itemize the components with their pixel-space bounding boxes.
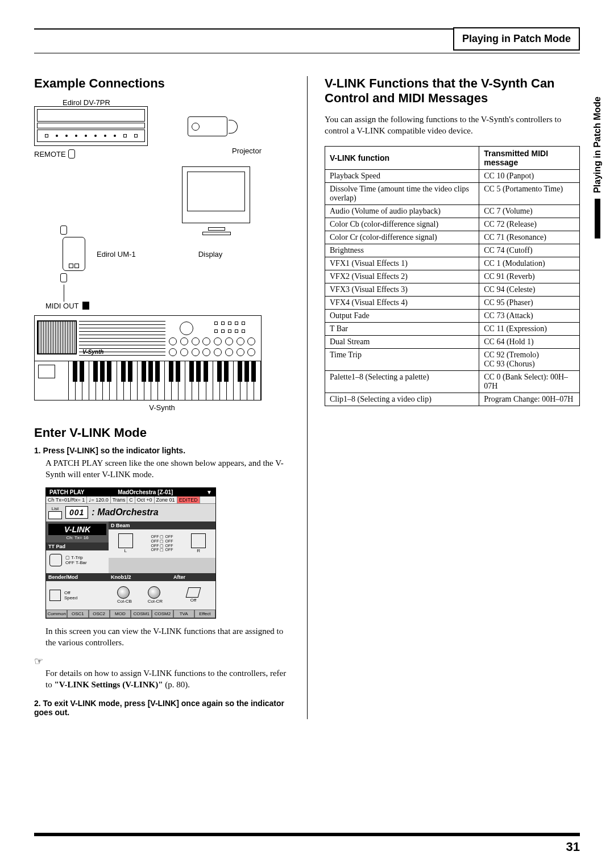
table-row: VFX2 (Visual Effects 2)CC 91 (Reverb): [325, 270, 580, 283]
ss-off: Off: [64, 590, 77, 595]
ss-patch-no: 001: [65, 506, 88, 519]
ss-tab: TVA: [173, 610, 194, 618]
table-row: Audio (Volume of audio playback)CC 7 (Vo…: [325, 205, 580, 218]
ss-after: After: [173, 574, 185, 580]
table-row: VFX1 (Visual Effects 1)CC 1 (Modulation): [325, 257, 580, 270]
table-row: VFX4 (Visual Effects 4)CC 95 (Phaser): [325, 296, 580, 309]
ss-ttpad: TT Pad: [48, 544, 65, 549]
ss-title-right: MadOrchestra [Z-01]: [118, 489, 173, 495]
device-projector: [188, 116, 239, 136]
piano-key: [89, 361, 96, 400]
side-tab: Playing in Patch Mode: [592, 97, 603, 239]
vlink-function-cell: VFX3 (Visual Effects 3): [325, 283, 479, 296]
piano-key: [117, 361, 124, 400]
note-bold: "V-LINK Settings (V-LINK)": [54, 680, 163, 689]
vlink-function-cell: Dissolve Time (amount time the video cli…: [325, 182, 479, 205]
ss-vlink-sub: Ch: Tx= 16: [48, 535, 106, 540]
ss-tab: MOD: [110, 610, 131, 618]
list-icon: [48, 511, 62, 519]
table-row: Dual StreamCC 64 (Hold 1): [325, 335, 580, 348]
heading-enter-vlink: Enter V-LINK Mode: [34, 425, 290, 440]
ss-title-left: PATCH PLAY: [49, 489, 85, 495]
vlink-function-cell: T Bar: [325, 322, 479, 335]
ss-bender: Bender/Mod: [48, 574, 78, 580]
table-row: Color Cb (color-difference signal)CC 72 …: [325, 218, 580, 231]
label-vsynth: V-Synth: [34, 404, 290, 411]
vlink-function-cell: Color Cb (color-difference signal): [325, 218, 479, 231]
piano-key: [213, 361, 220, 400]
label-dv7pr: Edirol DV-7PR: [63, 99, 290, 106]
piano-key: [69, 361, 76, 400]
dbeam-off-3: OFF: [151, 544, 159, 548]
piano-key: [185, 361, 192, 400]
note-body-2: (p. 80).: [163, 680, 190, 689]
dbeam-off-3b: OFF: [165, 544, 173, 548]
vlink-message-cell: CC 92 (Tremolo) CC 93 (Chorus): [479, 348, 580, 370]
piano-key: [138, 361, 144, 400]
label-midiout: MIDI OUT: [45, 302, 79, 310]
ss-trans: Trans: [111, 496, 128, 503]
table-row: Dissolve Time (amount time the video cli…: [325, 182, 580, 205]
ss-tab: Common: [46, 610, 67, 618]
vlink-message-cell: CC 91 (Reverb): [479, 270, 580, 283]
ss-after-off: Off: [190, 598, 197, 603]
step-2-head: 2. To exit V-LINK mode, press [V-LINK] o…: [34, 699, 290, 717]
vlink-message-cell: CC 7 (Volume): [479, 205, 580, 218]
dbeam-off-4: OFF: [151, 548, 159, 552]
vsynth-logo: V-Synth: [82, 349, 103, 355]
footer: 31: [34, 833, 580, 854]
table-row: T BarCC 11 (Expression): [325, 322, 580, 335]
vlink-intro: You can assign the following functions t…: [325, 114, 580, 137]
vlink-function-cell: Brightness: [325, 244, 479, 257]
port-um1-top: [60, 226, 67, 235]
port-midiout: [82, 302, 89, 310]
page-number: 31: [566, 840, 580, 854]
table-row: BrightnessCC 74 (Cutoff): [325, 244, 580, 257]
table-row: Clip1–8 (Selecting a video clip)Program …: [325, 393, 580, 406]
vlink-function-cell: VFX4 (Visual Effects 4): [325, 296, 479, 309]
vlink-function-cell: Color Cr (color-difference signal): [325, 231, 479, 244]
table-row: Playback SpeedCC 10 (Panpot): [325, 169, 580, 182]
vlink-function-cell: Audio (Volume of audio playback): [325, 205, 479, 218]
dbeam-l-icon: [118, 533, 133, 548]
vlink-function-cell: Dual Stream: [325, 335, 479, 348]
ss-knob: Knob1/2: [111, 574, 131, 580]
table-row: VFX3 (Visual Effects 3)CC 94 (Celeste): [325, 283, 580, 296]
ss-vlink: V-LINK: [48, 524, 106, 535]
knob1-icon: [117, 586, 130, 599]
vlink-message-cell: Program Change: 00H–07H: [479, 393, 580, 406]
vlink-message-cell: CC 11 (Expression): [479, 322, 580, 335]
ttpad-icon: [49, 554, 62, 566]
ss-ch: Ch Tx=01/Rx= 1: [46, 496, 87, 503]
ss-tab: COSM1: [131, 610, 152, 618]
ss-list: List: [48, 506, 62, 511]
dbeam-off-4b: OFF: [165, 548, 173, 552]
dbeam-r-icon: [191, 533, 206, 548]
vlink-message-cell: CC 0 (Bank Select): 00H–07H: [479, 370, 580, 393]
side-tab-label: Playing in Patch Mode: [592, 97, 603, 193]
vlink-th-message: Transmitted MIDI message: [479, 146, 580, 169]
right-column: V-LINK Functions that the V-Synth Can Co…: [307, 76, 580, 719]
bender-icon: [49, 590, 61, 601]
ss-tab: Effect: [194, 610, 215, 618]
vsynth-screen: [37, 320, 77, 354]
ss-tempo: ♩= 120.0: [87, 496, 110, 503]
table-row: Color Cr (color-difference signal)CC 71 …: [325, 231, 580, 244]
label-um1: Edirol UM-1: [97, 251, 136, 258]
ss-patch-name: : MadOrchestra: [92, 507, 158, 518]
step-1-body: A PATCH PLAY screen like the one shown b…: [45, 457, 290, 481]
table-row: Output FadeCC 73 (Attack): [325, 309, 580, 322]
ss-speed: Speed: [64, 595, 77, 600]
ss-tab: OSC1: [67, 610, 88, 618]
pointing-hand-icon: ☞: [34, 655, 43, 667]
ss-oct: Oct +0: [135, 496, 155, 503]
vlink-message-cell: CC 5 (Portamento Time): [479, 182, 580, 205]
knob2-icon: [148, 586, 160, 599]
ss-edited: EDITED: [177, 496, 200, 503]
page-header: Playing in Patch Mode: [34, 28, 580, 53]
ss-tab: OSC2: [89, 610, 110, 618]
table-row: Palette1–8 (Selecting a palette)CC 0 (Ba…: [325, 370, 580, 393]
label-display: Display: [198, 251, 223, 258]
dbeam-off-1: OFF: [151, 535, 159, 539]
ss-dbeam-l: L: [125, 548, 127, 553]
